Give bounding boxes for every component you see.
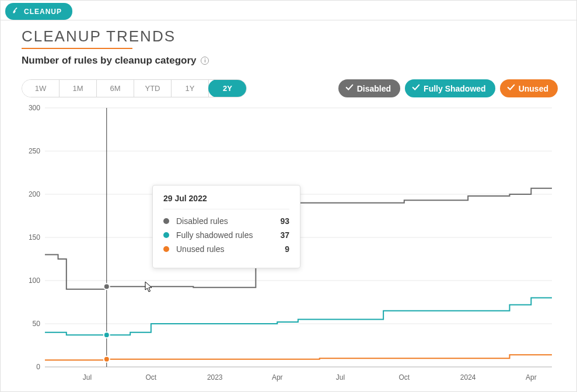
tab-strip: CLEANUP (1, 1, 576, 20)
page-title: CLEANUP TRENDS (22, 27, 558, 46)
tooltip-row-shadowed: Fully shadowed rules 37 (163, 230, 289, 240)
tooltip-date: 29 Jul 2022 (163, 194, 289, 209)
svg-text:Oct: Oct (146, 373, 157, 382)
svg-text:Apr: Apr (526, 373, 537, 382)
svg-text:2024: 2024 (460, 373, 476, 382)
svg-point-24 (104, 284, 110, 289)
range-2y[interactable]: 2Y (208, 79, 247, 97)
info-icon[interactable]: i (201, 57, 209, 65)
chart-subtitle: Number of rules by cleanup category (22, 55, 196, 66)
range-1y[interactable]: 1Y (172, 80, 209, 97)
svg-text:200: 200 (29, 190, 40, 198)
tooltip-row-unused: Unused rules 9 (163, 244, 289, 254)
svg-text:150: 150 (29, 233, 40, 242)
chart-subtitle-row: Number of rules by cleanup category i (22, 55, 558, 66)
broom-icon (12, 6, 19, 16)
svg-text:300: 300 (29, 104, 40, 112)
svg-text:250: 250 (29, 147, 40, 155)
svg-text:Oct: Oct (398, 373, 410, 382)
toggle-fully-shadowed[interactable]: Fully Shadowed (405, 79, 495, 97)
legend-toggles: Disabled Fully Shadowed Unused (338, 79, 558, 97)
range-6m[interactable]: 6M (97, 80, 134, 97)
tooltip-value: 37 (280, 230, 289, 240)
dot-icon (163, 218, 169, 224)
svg-point-25 (104, 332, 110, 338)
check-icon (507, 83, 515, 93)
check-icon (345, 83, 354, 93)
svg-point-26 (104, 356, 110, 362)
controls-row: 1W 1M 6M YTD 1Y 2Y Disabled Fully Shadow… (22, 79, 558, 97)
svg-text:Jul: Jul (83, 373, 92, 382)
range-ytd[interactable]: YTD (134, 80, 172, 97)
svg-text:100: 100 (29, 276, 40, 285)
toggle-fully-shadowed-label: Fully Shadowed (424, 84, 486, 93)
toggle-disabled-label: Disabled (357, 84, 391, 93)
chart-canvas[interactable]: 050100150200250300 JulOct2023AprJulOct20… (22, 104, 558, 384)
range-1w[interactable]: 1W (22, 80, 60, 97)
toggle-unused[interactable]: Unused (500, 79, 558, 97)
tooltip-label: Unused rules (176, 244, 285, 254)
tooltip-row-disabled: Disabled rules 93 (163, 216, 289, 226)
tab-cleanup-label: CLEANUP (24, 8, 62, 16)
tooltip-value: 9 (285, 244, 289, 254)
content-area: CLEANUP TRENDS Number of rules by cleanu… (1, 20, 576, 384)
tab-cleanup[interactable]: CLEANUP (5, 3, 72, 20)
svg-text:0: 0 (36, 363, 40, 371)
range-1m[interactable]: 1M (60, 80, 97, 97)
tooltip-label: Fully shadowed rules (176, 230, 280, 240)
svg-text:Jul: Jul (336, 373, 345, 382)
tooltip-value: 93 (280, 216, 289, 226)
time-range-group: 1W 1M 6M YTD 1Y 2Y (22, 79, 247, 97)
svg-text:Apr: Apr (272, 373, 283, 382)
toggle-disabled[interactable]: Disabled (338, 79, 400, 97)
tooltip-label: Disabled rules (176, 216, 280, 226)
svg-text:2023: 2023 (207, 373, 223, 382)
check-icon (412, 83, 420, 93)
title-underline (22, 48, 132, 49)
dot-icon (163, 232, 169, 238)
dot-icon (163, 246, 169, 252)
toggle-unused-label: Unused (519, 84, 548, 93)
svg-text:50: 50 (33, 320, 41, 328)
chart-tooltip: 29 Jul 2022 Disabled rules 93 Fully shad… (152, 185, 300, 268)
